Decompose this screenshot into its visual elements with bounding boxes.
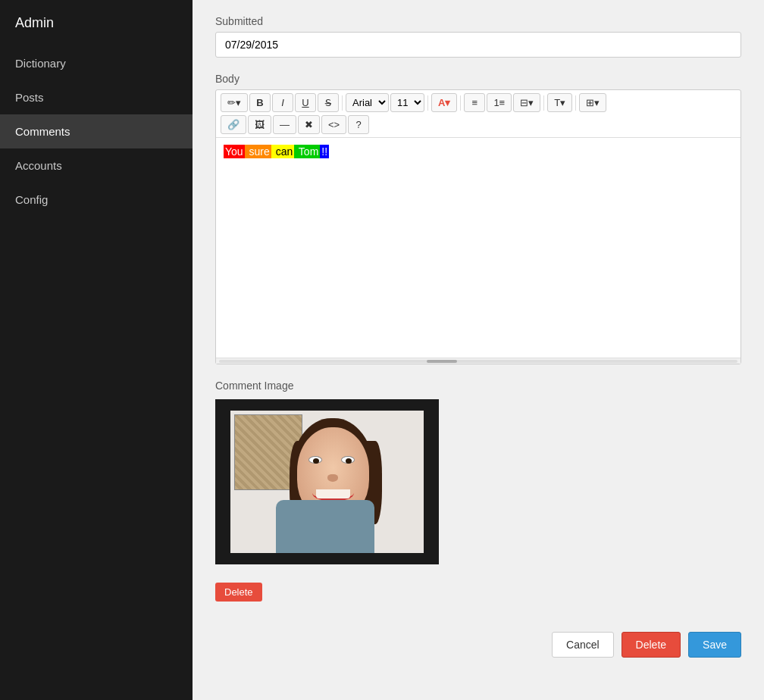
left-eye xyxy=(308,456,322,464)
submitted-input[interactable] xyxy=(215,32,741,58)
cancel-button[interactable]: Cancel xyxy=(552,632,614,658)
text-style-button[interactable]: T▾ xyxy=(547,93,572,112)
body-group: Body ✏▾ B I U S̶ Arial 11 xyxy=(215,73,741,364)
strikethrough-button[interactable]: S̶ xyxy=(318,93,339,112)
comment-image-label: Comment Image xyxy=(215,380,741,392)
save-button[interactable]: Save xyxy=(688,632,741,658)
sidebar-item-dictionary[interactable]: Dictionary xyxy=(0,46,193,80)
teeth xyxy=(316,489,350,498)
table-insert-button[interactable]: ⊞▾ xyxy=(579,93,606,112)
submitted-group: Submitted xyxy=(215,15,741,58)
separator-5 xyxy=(575,95,576,111)
italic-button[interactable]: I xyxy=(272,93,293,112)
separator-1 xyxy=(342,95,343,111)
editor-toolbar: ✏▾ B I U S̶ Arial 11 A▾ ≡ 1≡ xyxy=(216,90,741,138)
text-you: You xyxy=(224,145,245,158)
numbered-list-button[interactable]: 1≡ xyxy=(487,93,512,112)
separator-4 xyxy=(543,95,544,111)
delete-button[interactable]: Delete xyxy=(622,632,681,658)
rich-text-editor: ✏▾ B I U S̶ Arial 11 A▾ ≡ 1≡ xyxy=(215,89,741,364)
submitted-label: Submitted xyxy=(215,15,741,27)
special-char-button[interactable]: ✖ xyxy=(298,115,320,134)
body-label: Body xyxy=(215,73,741,85)
help-button[interactable]: ? xyxy=(348,115,369,134)
app-title: Admin xyxy=(0,0,193,46)
right-eye xyxy=(341,456,355,464)
bullet-list-button[interactable]: ≡ xyxy=(464,93,485,112)
toolbar-row-1: ✏▾ B I U S̶ Arial 11 A▾ ≡ 1≡ xyxy=(221,93,736,112)
underline-button[interactable]: U xyxy=(295,93,316,112)
sidebar-item-comments[interactable]: Comments xyxy=(0,114,193,148)
image-placeholder xyxy=(215,399,439,564)
pen-button[interactable]: ✏▾ xyxy=(221,93,248,112)
nose xyxy=(327,474,338,482)
comment-image-section: Comment Image xyxy=(215,380,741,602)
toolbar-row-2: 🔗 🖼 — ✖ <> ? xyxy=(221,115,736,134)
text-tom: Tom xyxy=(294,145,320,158)
link-button[interactable]: 🔗 xyxy=(221,115,246,134)
text-sure: sure xyxy=(245,145,271,158)
image-button[interactable]: 🖼 xyxy=(248,115,271,134)
text-exclaim: !! xyxy=(320,145,329,158)
bottom-actions: Cancel Delete Save xyxy=(215,617,741,665)
sidebar-nav: Dictionary Posts Comments Accounts Confi… xyxy=(0,46,193,217)
main-content: Submitted Body ✏▾ B I U S̶ Arial xyxy=(193,0,764,700)
delete-image-button[interactable]: Delete xyxy=(215,583,262,602)
separator-2 xyxy=(427,95,428,111)
code-button[interactable]: <> xyxy=(321,115,346,134)
sidebar-item-accounts[interactable]: Accounts xyxy=(0,148,193,183)
scrollbar-thumb xyxy=(427,360,457,363)
align-button[interactable]: ⊟▾ xyxy=(513,93,540,112)
bold-button[interactable]: B xyxy=(249,93,271,112)
meme-image xyxy=(230,411,424,553)
editor-scrollbar[interactable] xyxy=(216,358,741,364)
sidebar: Admin Dictionary Posts Comments Accounts… xyxy=(0,0,193,700)
separator-3 xyxy=(460,95,461,111)
font-family-select[interactable]: Arial xyxy=(346,93,389,112)
shirt xyxy=(276,500,374,553)
scrollbar-track xyxy=(219,360,737,363)
editor-body[interactable]: You sure can Tom!! xyxy=(216,138,741,358)
font-size-select[interactable]: 11 xyxy=(390,93,424,112)
hr-button[interactable]: — xyxy=(273,115,296,134)
sidebar-item-config[interactable]: Config xyxy=(0,183,193,217)
text-can: can xyxy=(271,145,294,158)
image-wrapper: Delete xyxy=(215,399,439,602)
font-color-button[interactable]: A▾ xyxy=(431,93,457,112)
sidebar-item-posts[interactable]: Posts xyxy=(0,80,193,114)
